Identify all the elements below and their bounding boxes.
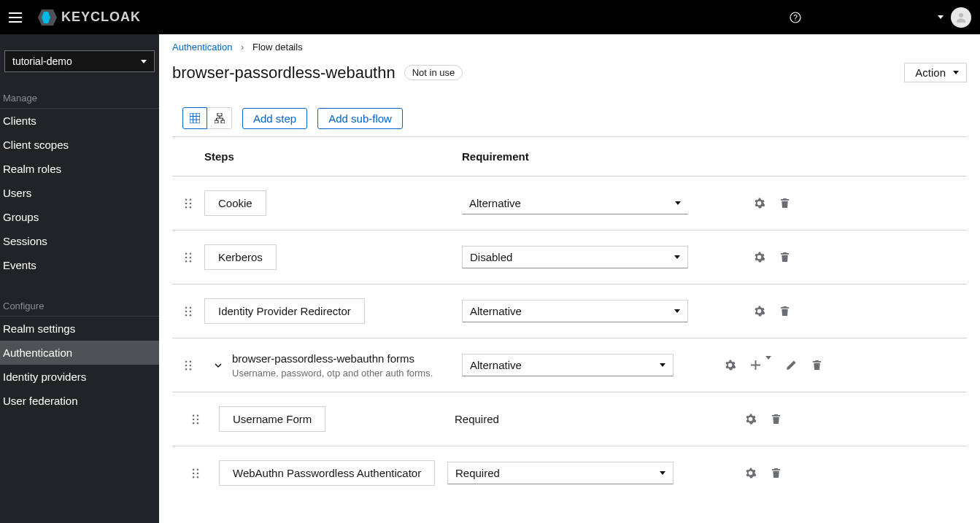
- svg-point-34: [190, 314, 192, 316]
- step-box: Identity Provider Redirector: [204, 298, 365, 324]
- requirement-select[interactable]: Alternative: [462, 193, 688, 214]
- requirement-value: Alternative: [470, 359, 522, 371]
- flow-row: CookieAlternative: [172, 176, 967, 230]
- table-icon: [190, 113, 200, 123]
- help-icon[interactable]: ?: [784, 12, 806, 23]
- svg-point-32: [190, 310, 192, 312]
- drag-handle-icon[interactable]: [184, 252, 193, 263]
- sidebar-item-realm-settings[interactable]: Realm settings: [0, 317, 159, 341]
- svg-point-25: [185, 256, 188, 258]
- sidebar-item-identity-providers[interactable]: Identity providers: [0, 365, 159, 389]
- add-step-button[interactable]: Add step: [242, 108, 307, 129]
- caret-down-icon: [938, 15, 944, 19]
- flow-row: browser-passordless-webauthn formsUserna…: [172, 338, 967, 392]
- add-icon[interactable]: [750, 360, 761, 371]
- svg-point-52: [197, 476, 199, 478]
- svg-point-19: [185, 202, 188, 204]
- drag-handle-icon[interactable]: [191, 414, 200, 425]
- settings-icon[interactable]: [745, 414, 756, 425]
- breadcrumb-root[interactable]: Authentication: [172, 42, 232, 53]
- avatar[interactable]: [951, 7, 971, 28]
- menu-toggle-icon[interactable]: [9, 9, 25, 26]
- flow-toolbar: Add step Add sub-flow: [172, 107, 967, 129]
- row-actions: [732, 306, 790, 317]
- svg-point-20: [190, 202, 192, 204]
- svg-point-43: [193, 418, 195, 420]
- caret-down-icon[interactable]: [765, 360, 771, 371]
- sidebar-item-client-scopes[interactable]: Client scopes: [0, 133, 159, 157]
- flow-row: Username FormRequired: [172, 392, 967, 446]
- view-diagram-button[interactable]: [207, 107, 232, 129]
- view-table-button[interactable]: [182, 107, 207, 129]
- step-box: Username Form: [219, 406, 325, 432]
- realm-selector[interactable]: tutorial-demo: [4, 50, 155, 72]
- sidebar-item-sessions[interactable]: Sessions: [0, 229, 159, 253]
- view-toggle: [182, 107, 232, 129]
- svg-point-18: [190, 198, 192, 201]
- trash-icon[interactable]: [779, 306, 790, 317]
- row-actions: [717, 414, 782, 425]
- settings-icon[interactable]: [745, 468, 756, 479]
- svg-point-41: [193, 414, 195, 417]
- requirement-select[interactable]: Required: [447, 462, 674, 484]
- trash-icon[interactable]: [779, 198, 790, 209]
- caret-down-icon: [674, 309, 680, 313]
- svg-point-29: [185, 306, 188, 309]
- settings-icon[interactable]: [725, 360, 736, 371]
- column-steps-header: Steps: [204, 150, 462, 163]
- edit-icon[interactable]: [786, 360, 797, 371]
- drag-handle-icon[interactable]: [184, 360, 193, 371]
- chevron-down-icon[interactable]: [214, 361, 223, 370]
- app-logo[interactable]: KEYCLOAK: [38, 9, 141, 26]
- trash-icon[interactable]: [771, 414, 782, 425]
- flow-row: WebAuthn Passwordless AuthenticatorRequi…: [172, 446, 967, 500]
- add-subflow-button[interactable]: Add sub-flow: [317, 108, 403, 129]
- svg-point-22: [190, 206, 192, 208]
- drag-handle-icon[interactable]: [184, 198, 193, 209]
- svg-point-28: [190, 260, 192, 262]
- requirement-select[interactable]: Alternative: [462, 300, 688, 322]
- sidebar-item-user-federation[interactable]: User federation: [0, 389, 159, 413]
- svg-point-49: [193, 472, 195, 474]
- action-dropdown-label: Action: [915, 66, 946, 79]
- sidebar-item-authentication[interactable]: Authentication: [0, 341, 159, 365]
- svg-point-45: [193, 422, 195, 424]
- drag-handle-icon[interactable]: [191, 468, 200, 479]
- settings-icon[interactable]: [754, 306, 765, 317]
- breadcrumb-separator-icon: ›: [235, 42, 250, 53]
- svg-point-48: [197, 468, 199, 470]
- drag-handle-icon[interactable]: [184, 306, 193, 317]
- step-box: Cookie: [204, 190, 266, 216]
- sidebar-item-groups[interactable]: Groups: [0, 205, 159, 229]
- app-logo-text: KEYCLOAK: [61, 9, 141, 25]
- requirement-select[interactable]: Alternative: [462, 354, 674, 376]
- trash-icon[interactable]: [779, 252, 790, 263]
- svg-point-38: [190, 364, 192, 366]
- caret-down-icon: [141, 60, 147, 63]
- requirement-select[interactable]: Disabled: [462, 246, 688, 268]
- svg-point-31: [185, 310, 188, 312]
- sidebar-item-events[interactable]: Events: [0, 253, 159, 277]
- svg-rect-12: [221, 120, 225, 123]
- flow-row: KerberosDisabled: [172, 230, 967, 284]
- requirement-value: Required: [447, 413, 717, 425]
- svg-text:?: ?: [793, 14, 798, 22]
- svg-point-23: [185, 252, 188, 255]
- sidebar-item-users[interactable]: Users: [0, 181, 159, 205]
- svg-point-37: [185, 364, 188, 366]
- svg-point-4: [959, 13, 963, 18]
- breadcrumb-current: Flow details: [252, 42, 303, 53]
- sidebar-item-realm-roles[interactable]: Realm roles: [0, 157, 159, 181]
- svg-rect-11: [215, 120, 218, 123]
- settings-icon[interactable]: [754, 198, 765, 209]
- requirement-value: Alternative: [469, 197, 521, 209]
- trash-icon[interactable]: [811, 360, 822, 371]
- row-actions: [717, 468, 782, 479]
- user-menu[interactable]: [938, 15, 944, 19]
- breadcrumb: Authentication › Flow details: [172, 40, 967, 63]
- trash-icon[interactable]: [771, 468, 782, 479]
- caret-down-icon: [674, 255, 680, 259]
- settings-icon[interactable]: [754, 252, 765, 263]
- sidebar-item-clients[interactable]: Clients: [0, 109, 159, 133]
- action-dropdown[interactable]: Action: [904, 63, 967, 82]
